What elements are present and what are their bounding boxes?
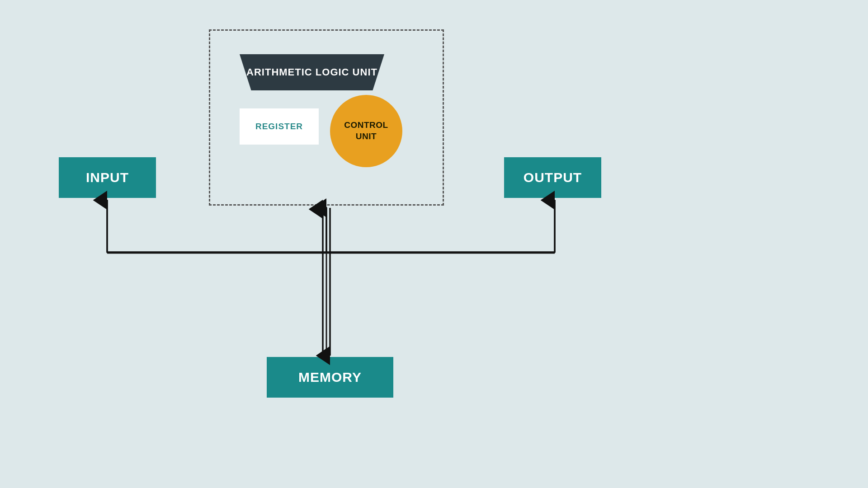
control-unit-circle: CONTROL UNIT xyxy=(330,95,402,167)
output-label: OUTPUT xyxy=(524,170,582,185)
input-label: INPUT xyxy=(86,170,129,185)
alu-banner: ARITHMETIC LOGIC UNIT xyxy=(240,54,384,90)
memory-label: MEMORY xyxy=(298,370,362,385)
register-box: REGISTER xyxy=(240,108,319,145)
alu-label: ARITHMETIC LOGIC UNIT xyxy=(246,66,377,78)
diagram-container: ARITHMETIC LOGIC UNIT REGISTER CONTROL U… xyxy=(0,0,868,488)
memory-box: MEMORY xyxy=(267,357,393,398)
output-box: OUTPUT xyxy=(504,157,601,198)
register-label: REGISTER xyxy=(255,122,303,131)
input-box: INPUT xyxy=(59,157,156,198)
control-unit-label: CONTROL UNIT xyxy=(344,120,388,142)
